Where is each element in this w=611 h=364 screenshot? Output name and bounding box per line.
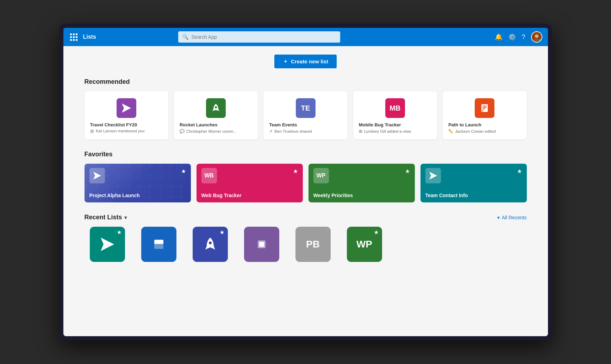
rec-card-icon-travel xyxy=(117,98,136,118)
favorites-grid: ★ Project Alpha Launch WB ★ Web Bug Trac… xyxy=(85,164,527,202)
recent-item-alpha[interactable]: ★ xyxy=(85,227,130,265)
fav-card-weekly-priorities[interactable]: WP ★ Weekly Priorities xyxy=(308,164,415,202)
help-icon[interactable]: ? xyxy=(522,33,525,41)
create-new-list-button[interactable]: ＋ Create new list xyxy=(274,55,337,68)
fav-icon-wb: WB xyxy=(201,168,217,183)
fav-star-alpha: ★ xyxy=(181,168,186,175)
recent-item-2[interactable] xyxy=(136,227,182,265)
all-recents-label: All Recents xyxy=(502,215,527,220)
notification-icon[interactable]: 🔔 xyxy=(495,33,503,41)
recommended-grid: Travel Checklist FY20 @ Kat Larrson ment… xyxy=(85,91,527,139)
topbar: Lists 🔍 🔔 ⚙️ ? xyxy=(63,28,548,46)
tablet-frame: Lists 🔍 🔔 ⚙️ ? xyxy=(59,24,552,340)
rec-card-sub-events: ↗ Ben Truelove shared xyxy=(269,129,342,134)
recent-star-alpha: ★ xyxy=(117,230,121,235)
fav-icon-tci xyxy=(425,168,441,183)
recent-item-pb[interactable]: PB xyxy=(290,227,336,265)
recent-lists-title-row[interactable]: Recent Lists ▾ xyxy=(85,214,127,221)
search-input[interactable] xyxy=(191,34,336,40)
svg-rect-17 xyxy=(259,242,264,247)
search-icon: 🔍 xyxy=(182,34,188,40)
fav-icon-wp: WP xyxy=(313,168,329,183)
rec-card-sub-bug: ⊞ Lyndsey Gill added a view xyxy=(359,129,431,134)
online-indicator xyxy=(538,39,542,42)
favorites-title: Favorites xyxy=(85,151,527,158)
recent-item-rocket[interactable]: ★ xyxy=(187,227,233,265)
svg-point-15 xyxy=(209,241,212,244)
recent-star-wp: ★ xyxy=(374,230,379,235)
topbar-right: 🔔 ⚙️ ? xyxy=(495,31,542,43)
create-btn-label: Create new list xyxy=(291,58,328,64)
svg-point-4 xyxy=(215,106,217,108)
fav-card-tci-top: ★ xyxy=(425,168,522,183)
recent-item-4[interactable] xyxy=(239,227,285,265)
svg-rect-8 xyxy=(482,108,485,109)
recent-lists-chevron: ▾ xyxy=(124,215,127,220)
rec-card-icon-rocket xyxy=(206,98,226,118)
comment-icon: 💬 xyxy=(180,129,185,134)
rec-card-path-launch[interactable]: Path to Launch ✏️ Jackson Cowan edited xyxy=(443,91,526,139)
rec-card-name-bug: Mobile Bug Tracker xyxy=(359,122,431,127)
waffle-menu-icon[interactable] xyxy=(69,33,79,41)
rec-card-icon-bug: MB xyxy=(385,98,405,118)
fav-card-project-alpha[interactable]: ★ Project Alpha Launch xyxy=(85,164,191,202)
svg-rect-6 xyxy=(482,106,487,106)
svg-marker-12 xyxy=(101,238,114,251)
app-container: Lists 🔍 🔔 ⚙️ ? xyxy=(63,28,548,336)
recent-star-rocket: ★ xyxy=(220,230,224,235)
fav-label-wp: Weekly Priorities xyxy=(313,193,410,198)
recommended-title: Recommended xyxy=(85,78,527,86)
rec-card-sub-travel: @ Kat Larrson mentioned you xyxy=(90,129,163,133)
svg-rect-14 xyxy=(154,240,163,244)
plus-icon: ＋ xyxy=(283,58,288,65)
mention-icon: @ xyxy=(90,129,94,133)
svg-marker-10 xyxy=(93,172,101,180)
table-icon: ⊞ xyxy=(359,129,362,134)
search-bar[interactable]: 🔍 xyxy=(178,31,340,43)
settings-icon[interactable]: ⚙️ xyxy=(508,33,516,41)
recent-icon-wp: WP ★ xyxy=(347,227,382,262)
fav-card-wp-top: WP ★ xyxy=(313,168,410,183)
edit-icon: ✏️ xyxy=(448,129,453,134)
recent-icon-2 xyxy=(141,227,176,262)
fav-card-wb-top: WB ★ xyxy=(201,168,298,183)
rec-card-name-rocket: Rocket Launches xyxy=(180,122,252,127)
rec-card-sub-rocket: 💬 Christopher Wymer comm... xyxy=(180,129,252,134)
fav-star-wb: ★ xyxy=(293,168,298,175)
avatar[interactable] xyxy=(531,31,542,43)
rec-card-icon-path xyxy=(475,98,494,118)
rec-card-name-path: Path to Launch xyxy=(448,122,521,127)
rec-card-icon-events: TE xyxy=(296,98,316,118)
rec-card-mobile-bug[interactable]: MB Mobile Bug Tracker ⊞ Lyndsey Gill add… xyxy=(353,91,437,139)
svg-marker-3 xyxy=(122,103,131,113)
rec-card-team-events[interactable]: TE Team Events ↗ Ben Truelove shared xyxy=(263,91,347,139)
svg-point-2 xyxy=(535,34,538,38)
fav-label-wb: Web Bug Tracker xyxy=(201,193,298,198)
all-recents-button[interactable]: ▾ All Recents xyxy=(497,215,527,220)
recent-icon-alpha: ★ xyxy=(90,227,125,262)
recents-grid: ★ xyxy=(85,227,527,265)
fav-card-team-contact[interactable]: ★ Team Contact Info xyxy=(420,164,527,202)
fav-star-wp: ★ xyxy=(405,168,410,175)
main-content: ＋ Create new list Recommended Travel Che… xyxy=(63,46,548,336)
recent-icon-4 xyxy=(244,227,279,262)
fav-card-web-bug[interactable]: WB ★ Web Bug Tracker xyxy=(197,164,303,202)
share-icon: ↗ xyxy=(269,129,273,134)
fav-star-tci: ★ xyxy=(517,168,522,175)
fav-label-alpha: Project Alpha Launch xyxy=(89,193,186,198)
app-title: Lists xyxy=(83,34,96,40)
recent-icon-rocket: ★ xyxy=(193,227,228,262)
recent-lists-title: Recent Lists xyxy=(85,214,122,221)
recent-icon-pb: PB xyxy=(295,227,331,262)
recent-item-wp[interactable]: WP ★ xyxy=(342,227,387,265)
svg-marker-11 xyxy=(429,172,437,180)
svg-rect-7 xyxy=(482,107,487,108)
fav-label-tci: Team Contact Info xyxy=(425,193,522,198)
create-btn-row: ＋ Create new list xyxy=(85,55,527,68)
fav-icon-alpha xyxy=(89,168,105,183)
rec-card-travel-checklist[interactable]: Travel Checklist FY20 @ Kat Larrson ment… xyxy=(85,91,168,139)
rec-card-name-events: Team Events xyxy=(269,122,342,127)
rec-card-name-travel: Travel Checklist FY20 xyxy=(90,122,163,127)
recent-lists-header: Recent Lists ▾ ▾ All Recents xyxy=(85,214,527,221)
rec-card-rocket-launches[interactable]: Rocket Launches 💬 Christopher Wymer comm… xyxy=(174,91,258,139)
